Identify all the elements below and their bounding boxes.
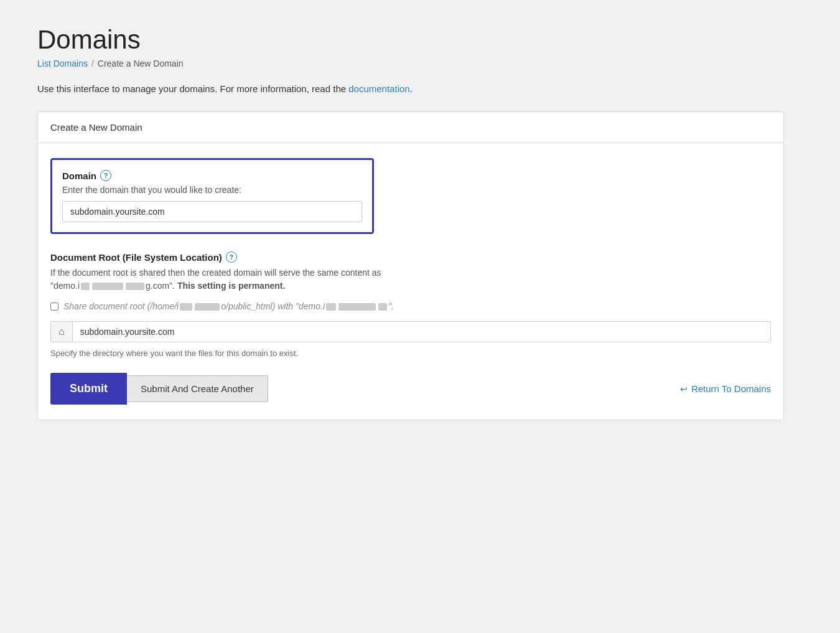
- domain-field-highlighted: Domain ? Enter the domain that you would…: [50, 158, 374, 234]
- doc-root-label-text: Document Root (File System Location): [50, 252, 222, 263]
- share-doc-root-row: Share document root (/home/io/public_htm…: [50, 301, 771, 311]
- doc-root-label: Document Root (File System Location) ?: [50, 251, 771, 263]
- doc-root-desc-text: If the document root is shared then the …: [50, 268, 381, 291]
- return-arrow-icon: ↩: [680, 384, 688, 394]
- doc-root-help-icon[interactable]: ?: [226, 251, 237, 263]
- breadcrumb-list-domains[interactable]: List Domains: [37, 59, 88, 68]
- share-doc-root-checkbox[interactable]: [50, 302, 58, 311]
- create-domain-card: Create a New Domain Domain ? Enter the d…: [37, 111, 784, 420]
- breadcrumb-separator: /: [91, 59, 94, 68]
- domain-field-description: Enter the domain that you would like to …: [62, 185, 362, 195]
- doc-root-description: If the document root is shared then the …: [50, 266, 771, 293]
- dir-hint: Specify the directory where you want the…: [50, 349, 771, 358]
- actions-row: Submit Submit And Create Another ↩ Retur…: [50, 373, 771, 405]
- submit-button[interactable]: Submit: [50, 373, 127, 405]
- page-title: Domains: [37, 25, 803, 55]
- directory-input[interactable]: [73, 322, 770, 342]
- domain-field-label: Domain ?: [62, 170, 362, 181]
- breadcrumb-current: Create a New Domain: [98, 59, 184, 68]
- domain-label-text: Domain: [62, 171, 96, 181]
- domain-input[interactable]: [62, 201, 362, 222]
- doc-root-section: Document Root (File System Location) ? I…: [50, 251, 771, 358]
- return-to-domains-link[interactable]: ↩ Return To Domains: [680, 383, 771, 394]
- card-body: Domain ? Enter the domain that you would…: [38, 143, 783, 420]
- directory-input-wrapper: ⌂: [50, 321, 771, 342]
- share-doc-root-label: Share document root (/home/io/public_htm…: [63, 301, 394, 311]
- breadcrumb: List Domains / Create a New Domain: [37, 59, 803, 68]
- doc-link[interactable]: documentation: [348, 83, 409, 94]
- submit-another-button[interactable]: Submit And Create Another: [127, 375, 268, 402]
- domain-help-icon[interactable]: ?: [100, 170, 111, 181]
- home-icon: ⌂: [51, 322, 73, 342]
- description-text: Use this interface to manage your domain…: [37, 83, 803, 94]
- return-label: Return To Domains: [691, 383, 771, 394]
- card-header: Create a New Domain: [38, 112, 783, 143]
